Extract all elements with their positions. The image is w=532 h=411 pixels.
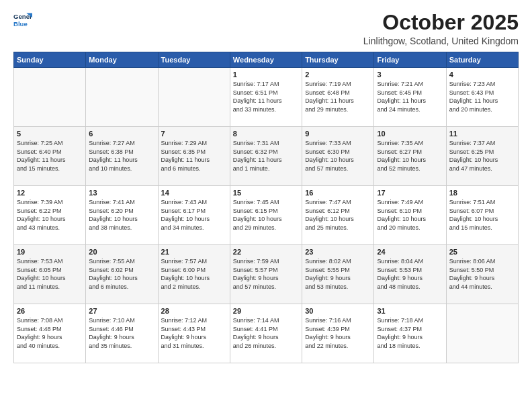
day-number: 7 xyxy=(161,130,227,138)
logo: General Blue xyxy=(13,11,32,30)
day-detail: Sunrise: 7:10 AM Sunset: 4:46 PM Dayligh… xyxy=(89,316,154,350)
day-number: 24 xyxy=(377,248,443,256)
day-number: 23 xyxy=(305,248,371,256)
day-detail: Sunrise: 7:16 AM Sunset: 4:39 PM Dayligh… xyxy=(305,316,371,350)
day-detail: Sunrise: 7:29 AM Sunset: 6:35 PM Dayligh… xyxy=(161,139,227,173)
header-monday: Monday xyxy=(86,52,158,68)
day-cell: 12Sunrise: 7:39 AM Sunset: 6:22 PM Dayli… xyxy=(14,186,86,245)
day-number: 10 xyxy=(377,130,443,138)
day-cell: 19Sunrise: 7:53 AM Sunset: 6:05 PM Dayli… xyxy=(14,245,86,304)
day-detail: Sunrise: 7:53 AM Sunset: 6:05 PM Dayligh… xyxy=(17,257,83,291)
day-cell: 26Sunrise: 7:08 AM Sunset: 4:48 PM Dayli… xyxy=(14,304,86,363)
day-number: 11 xyxy=(449,130,515,138)
day-cell: 14Sunrise: 7:43 AM Sunset: 6:17 PM Dayli… xyxy=(158,186,230,245)
week-row-1: 5Sunrise: 7:25 AM Sunset: 6:40 PM Daylig… xyxy=(14,127,519,186)
day-number: 19 xyxy=(17,248,83,256)
header-thursday: Thursday xyxy=(302,52,374,68)
day-number: 3 xyxy=(377,71,443,79)
day-cell: 5Sunrise: 7:25 AM Sunset: 6:40 PM Daylig… xyxy=(14,127,86,186)
day-cell: 10Sunrise: 7:35 AM Sunset: 6:27 PM Dayli… xyxy=(374,127,446,186)
day-cell: 9Sunrise: 7:33 AM Sunset: 6:30 PM Daylig… xyxy=(302,127,374,186)
day-cell xyxy=(446,304,518,363)
day-detail: Sunrise: 7:33 AM Sunset: 6:30 PM Dayligh… xyxy=(305,139,371,173)
day-detail: Sunrise: 7:19 AM Sunset: 6:48 PM Dayligh… xyxy=(305,80,371,113)
day-cell: 25Sunrise: 8:06 AM Sunset: 5:50 PM Dayli… xyxy=(446,245,518,304)
day-cell: 2Sunrise: 7:19 AM Sunset: 6:48 PM Daylig… xyxy=(302,68,374,127)
header-wednesday: Wednesday xyxy=(230,52,302,68)
day-number: 9 xyxy=(305,130,371,138)
day-number: 1 xyxy=(233,71,299,79)
day-detail: Sunrise: 7:41 AM Sunset: 6:20 PM Dayligh… xyxy=(89,198,154,232)
day-detail: Sunrise: 7:17 AM Sunset: 6:51 PM Dayligh… xyxy=(233,80,299,113)
day-detail: Sunrise: 7:27 AM Sunset: 6:38 PM Dayligh… xyxy=(89,139,154,173)
page: General Blue October 2025 Linlithgow, Sc… xyxy=(0,0,532,411)
day-number: 26 xyxy=(17,307,83,315)
day-detail: Sunrise: 7:23 AM Sunset: 6:43 PM Dayligh… xyxy=(449,80,515,113)
day-cell: 11Sunrise: 7:37 AM Sunset: 6:25 PM Dayli… xyxy=(446,127,518,186)
title-block: October 2025 Linlithgow, Scotland, Unite… xyxy=(363,11,519,46)
week-row-4: 26Sunrise: 7:08 AM Sunset: 4:48 PM Dayli… xyxy=(14,304,519,363)
day-detail: Sunrise: 7:49 AM Sunset: 6:10 PM Dayligh… xyxy=(377,198,443,232)
day-detail: Sunrise: 8:02 AM Sunset: 5:55 PM Dayligh… xyxy=(305,257,371,291)
day-detail: Sunrise: 7:31 AM Sunset: 6:32 PM Dayligh… xyxy=(233,139,299,173)
day-cell: 4Sunrise: 7:23 AM Sunset: 6:43 PM Daylig… xyxy=(446,68,518,127)
calendar-table: Sunday Monday Tuesday Wednesday Thursday… xyxy=(13,52,519,363)
day-detail: Sunrise: 7:08 AM Sunset: 4:48 PM Dayligh… xyxy=(17,316,83,350)
day-detail: Sunrise: 7:18 AM Sunset: 4:37 PM Dayligh… xyxy=(377,316,443,350)
day-detail: Sunrise: 7:59 AM Sunset: 5:57 PM Dayligh… xyxy=(233,257,299,291)
day-cell: 8Sunrise: 7:31 AM Sunset: 6:32 PM Daylig… xyxy=(230,127,302,186)
day-cell xyxy=(158,68,230,127)
day-detail: Sunrise: 7:43 AM Sunset: 6:17 PM Dayligh… xyxy=(161,198,227,232)
day-cell: 3Sunrise: 7:21 AM Sunset: 6:45 PM Daylig… xyxy=(374,68,446,127)
day-number: 21 xyxy=(161,248,227,256)
day-cell: 22Sunrise: 7:59 AM Sunset: 5:57 PM Dayli… xyxy=(230,245,302,304)
day-detail: Sunrise: 7:25 AM Sunset: 6:40 PM Dayligh… xyxy=(17,139,83,173)
day-cell: 29Sunrise: 7:14 AM Sunset: 4:41 PM Dayli… xyxy=(230,304,302,363)
location: Linlithgow, Scotland, United Kingdom xyxy=(363,36,519,46)
day-cell: 6Sunrise: 7:27 AM Sunset: 6:38 PM Daylig… xyxy=(86,127,158,186)
day-detail: Sunrise: 7:45 AM Sunset: 6:15 PM Dayligh… xyxy=(233,198,299,232)
header-saturday: Saturday xyxy=(446,52,518,68)
day-cell: 27Sunrise: 7:10 AM Sunset: 4:46 PM Dayli… xyxy=(86,304,158,363)
week-row-0: 1Sunrise: 7:17 AM Sunset: 6:51 PM Daylig… xyxy=(14,68,519,127)
day-number: 8 xyxy=(233,130,299,138)
day-cell: 20Sunrise: 7:55 AM Sunset: 6:02 PM Dayli… xyxy=(86,245,158,304)
day-detail: Sunrise: 7:55 AM Sunset: 6:02 PM Dayligh… xyxy=(89,257,154,291)
day-detail: Sunrise: 7:47 AM Sunset: 6:12 PM Dayligh… xyxy=(305,198,371,232)
day-detail: Sunrise: 7:14 AM Sunset: 4:41 PM Dayligh… xyxy=(233,316,299,350)
day-number: 20 xyxy=(89,248,154,256)
day-detail: Sunrise: 8:06 AM Sunset: 5:50 PM Dayligh… xyxy=(449,257,515,291)
day-cell xyxy=(86,68,158,127)
day-detail: Sunrise: 8:04 AM Sunset: 5:53 PM Dayligh… xyxy=(377,257,443,291)
day-detail: Sunrise: 7:12 AM Sunset: 4:43 PM Dayligh… xyxy=(161,316,227,350)
day-number: 29 xyxy=(233,307,299,315)
day-number: 13 xyxy=(89,189,154,197)
day-cell: 24Sunrise: 8:04 AM Sunset: 5:53 PM Dayli… xyxy=(374,245,446,304)
day-cell: 30Sunrise: 7:16 AM Sunset: 4:39 PM Dayli… xyxy=(302,304,374,363)
day-cell: 21Sunrise: 7:57 AM Sunset: 6:00 PM Dayli… xyxy=(158,245,230,304)
day-number: 30 xyxy=(305,307,371,315)
day-detail: Sunrise: 7:57 AM Sunset: 6:00 PM Dayligh… xyxy=(161,257,227,291)
day-cell: 23Sunrise: 8:02 AM Sunset: 5:55 PM Dayli… xyxy=(302,245,374,304)
day-detail: Sunrise: 7:21 AM Sunset: 6:45 PM Dayligh… xyxy=(377,80,443,113)
day-number: 6 xyxy=(89,130,154,138)
day-number: 22 xyxy=(233,248,299,256)
day-number: 14 xyxy=(161,189,227,197)
day-number: 2 xyxy=(305,71,371,79)
day-number: 12 xyxy=(17,189,83,197)
header-sunday: Sunday xyxy=(14,52,86,68)
day-number: 15 xyxy=(233,189,299,197)
day-detail: Sunrise: 7:35 AM Sunset: 6:27 PM Dayligh… xyxy=(377,139,443,173)
day-number: 27 xyxy=(89,307,154,315)
header: General Blue October 2025 Linlithgow, Sc… xyxy=(13,11,519,46)
day-cell: 15Sunrise: 7:45 AM Sunset: 6:15 PM Dayli… xyxy=(230,186,302,245)
header-tuesday: Tuesday xyxy=(158,52,230,68)
day-cell: 28Sunrise: 7:12 AM Sunset: 4:43 PM Dayli… xyxy=(158,304,230,363)
svg-text:Blue: Blue xyxy=(13,20,28,28)
day-cell: 7Sunrise: 7:29 AM Sunset: 6:35 PM Daylig… xyxy=(158,127,230,186)
day-number: 16 xyxy=(305,189,371,197)
day-cell: 13Sunrise: 7:41 AM Sunset: 6:20 PM Dayli… xyxy=(86,186,158,245)
day-number: 17 xyxy=(377,189,443,197)
week-row-3: 19Sunrise: 7:53 AM Sunset: 6:05 PM Dayli… xyxy=(14,245,519,304)
day-number: 5 xyxy=(17,130,83,138)
